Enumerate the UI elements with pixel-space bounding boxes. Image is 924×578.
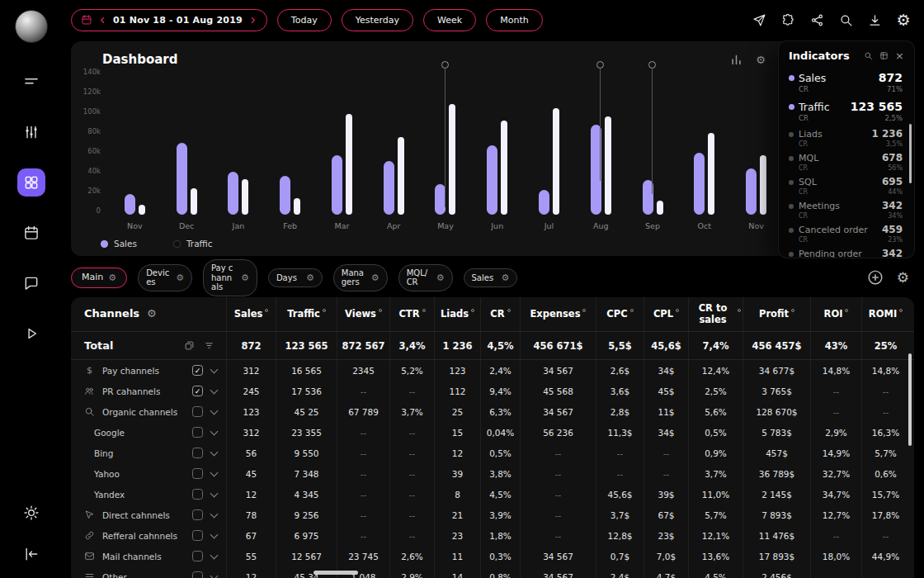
traffic-bar[interactable] — [242, 179, 248, 216]
app-logo[interactable] — [15, 10, 48, 43]
sales-bar[interactable] — [487, 145, 497, 216]
indicator-item[interactable]: Liads1 236CR3,5% — [789, 126, 904, 149]
sidebar-item-filters[interactable] — [17, 118, 45, 146]
row-checkbox[interactable] — [192, 571, 203, 578]
table-row[interactable]: Bing569 550----120,5%------0,9%457$14,9%… — [71, 443, 914, 463]
download-button[interactable] — [864, 9, 885, 31]
close-icon[interactable]: × — [895, 50, 904, 62]
traffic-bar[interactable] — [191, 188, 197, 215]
table-view-icon[interactable] — [879, 51, 889, 60]
table-horizontal-scrollbar[interactable] — [314, 571, 358, 575]
chevron-down-icon[interactable] — [210, 408, 218, 415]
chevron-down-icon[interactable] — [210, 511, 218, 519]
extensions-button[interactable] — [777, 9, 799, 31]
theme-toggle-button[interactable] — [17, 499, 45, 527]
chevron-down-icon[interactable] — [210, 573, 218, 578]
gear-icon[interactable]: ⚙ — [436, 272, 445, 283]
filters-settings-gear-icon[interactable]: ⚙ — [897, 269, 909, 286]
sales-bar[interactable] — [125, 194, 135, 215]
filter-chip-pay-channals[interactable]: Pay channals⚙ — [203, 259, 257, 296]
table-row[interactable]: Organic channels12345 2567 7893,7%256,3%… — [71, 401, 914, 422]
traffic-bar[interactable] — [346, 114, 352, 215]
chevron-right-icon[interactable] — [248, 16, 257, 25]
sales-bar[interactable] — [177, 143, 187, 215]
row-checkbox[interactable] — [192, 489, 203, 500]
traffic-bar[interactable] — [501, 121, 507, 215]
column-header-profit[interactable]: Profit — [742, 297, 810, 331]
chevron-down-icon[interactable] — [210, 429, 218, 436]
gear-icon[interactable]: ⚙ — [371, 272, 380, 283]
row-checkbox[interactable] — [192, 468, 203, 479]
sales-bar[interactable] — [435, 184, 446, 215]
range-button-week[interactable]: Week — [423, 9, 476, 31]
sidebar-item-dashboard[interactable] — [17, 168, 45, 197]
indicator-item[interactable]: Traffic123 565CR2,5% — [789, 97, 904, 126]
column-header-cpc[interactable]: CPC — [596, 297, 644, 331]
column-header-ctr[interactable]: CTR — [389, 297, 434, 331]
indicator-item[interactable]: Pending order342 — [789, 245, 904, 258]
column-header-romi[interactable]: ROMI — [861, 297, 909, 331]
traffic-bar[interactable] — [760, 155, 766, 215]
column-header-cpl[interactable]: CPL — [644, 297, 688, 331]
gear-icon[interactable]: ⚙ — [241, 272, 249, 283]
traffic-bar[interactable] — [553, 108, 559, 215]
traffic-bar[interactable] — [398, 137, 404, 215]
sales-bar[interactable] — [746, 168, 757, 215]
collapse-sidebar-button[interactable] — [17, 540, 45, 568]
column-header-expenses[interactable]: Expenses — [520, 297, 596, 331]
indicators-scrollbar[interactable] — [909, 124, 912, 183]
chevron-down-icon[interactable] — [210, 367, 218, 374]
chevron-down-icon[interactable] — [210, 449, 218, 457]
search-icon[interactable] — [864, 51, 873, 60]
gear-icon[interactable]: ⚙ — [147, 308, 157, 320]
sales-bar[interactable] — [280, 176, 290, 215]
column-header-roi[interactable]: ROI — [810, 297, 861, 331]
table-row[interactable]: Refferal cahnnels676 975----231,8%--12,8… — [71, 525, 914, 546]
sidebar-item-menu[interactable] — [17, 68, 45, 96]
filter-chip-sales[interactable]: Sales⚙ — [464, 268, 518, 287]
row-checkbox[interactable]: ✓ — [192, 386, 203, 396]
table-row[interactable]: Direct cahnnels789 256----213,9%--3,7$67… — [71, 505, 914, 525]
column-header-cr[interactable]: CR — [480, 297, 520, 331]
indicator-item[interactable]: Sales872CR71% — [789, 68, 904, 97]
traffic-bar[interactable] — [605, 116, 611, 215]
layers-icon[interactable] — [184, 340, 195, 351]
table-row[interactable]: Yahoo457 348----393,8%------3,7%36 789$3… — [71, 463, 914, 484]
share-button[interactable] — [806, 9, 827, 31]
funnel-icon[interactable] — [204, 340, 214, 351]
table-vertical-scrollbar[interactable] — [908, 353, 912, 446]
table-row[interactable]: Mail channels5512 56723 7452,6%110,3%34 … — [71, 546, 914, 566]
sales-bar[interactable] — [228, 172, 238, 215]
row-checkbox[interactable] — [192, 427, 203, 438]
filter-chip-devices[interactable]: Devices⚙ — [138, 264, 192, 291]
filter-chip-days[interactable]: Days⚙ — [268, 268, 323, 287]
chart-settings-gear-icon[interactable]: ⚙ — [756, 54, 766, 66]
range-button-today[interactable]: Today — [277, 9, 332, 31]
table-row[interactable]: PR cahannels✓24517 536----1129,4%45 5683… — [71, 381, 914, 401]
date-range-picker[interactable]: 01 Nov 18 - 01 Aug 2019 — [71, 9, 267, 31]
traffic-bar[interactable] — [657, 201, 663, 215]
column-header-sales[interactable]: Sales — [226, 297, 276, 331]
filter-chip-main[interactable]: Main ⚙ — [71, 268, 127, 288]
sales-bar[interactable] — [384, 161, 394, 215]
chart-type-icon[interactable] — [730, 54, 742, 66]
table-row[interactable]: Google31223 355----150,04%56 23611,3$34$… — [71, 422, 914, 443]
sidebar-item-calendar[interactable] — [17, 219, 45, 247]
chevron-left-icon[interactable] — [98, 16, 107, 25]
column-header-views[interactable]: Views — [337, 297, 389, 331]
gear-icon[interactable]: ⚙ — [176, 272, 184, 283]
search-button[interactable] — [835, 9, 856, 31]
chevron-down-icon[interactable] — [210, 470, 218, 477]
chevron-down-icon[interactable] — [210, 552, 218, 560]
row-checkbox[interactable] — [192, 530, 203, 541]
table-row[interactable]: Yandex124 345----84,5%--45,6$39$11,0%2 1… — [71, 484, 914, 505]
traffic-bar[interactable] — [449, 104, 455, 215]
chevron-down-icon[interactable] — [210, 387, 218, 395]
sales-bar[interactable] — [643, 180, 653, 215]
filter-chip-managers[interactable]: Managers⚙ — [333, 264, 388, 291]
traffic-bar[interactable] — [708, 133, 714, 215]
indicator-item[interactable]: SQL695CR44% — [789, 173, 904, 197]
indicator-item[interactable]: Canceled order459CR23% — [789, 221, 904, 245]
chevron-down-icon[interactable] — [210, 490, 218, 498]
sidebar-item-messages[interactable] — [17, 269, 45, 297]
